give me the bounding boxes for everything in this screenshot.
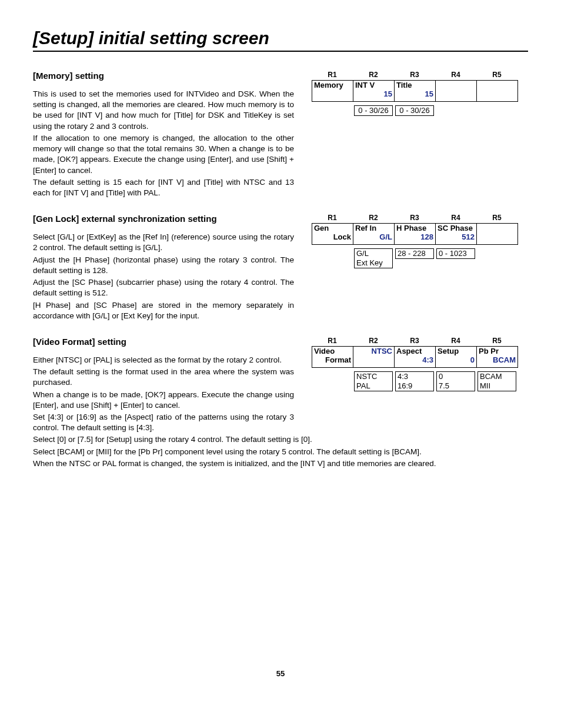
memory-c4 — [436, 81, 477, 102]
genlock-range-r3: 28 - 228 — [395, 248, 434, 259]
video-heading: [Video Format] setting — [33, 337, 294, 347]
r3-label: R3 — [394, 71, 435, 79]
memory-p2: If the allocation to one memory is chang… — [33, 133, 294, 176]
memory-c5 — [477, 81, 518, 102]
memory-p3: The default setting is 15 each for [INT … — [33, 177, 294, 198]
genlock-c1: Gen Lock — [312, 224, 353, 245]
video-p3: When a change is to be made, [OK?] appea… — [33, 390, 294, 411]
video-table: R1 R2 R3 R4 R5 Video Format NTSC Aspect4… — [312, 337, 528, 391]
r1-label: R1 — [312, 214, 353, 222]
video-opts-r2: NSTCPAL — [354, 371, 393, 391]
video-c3: Aspect4:3 — [395, 346, 436, 367]
genlock-c3: H Phase128 — [395, 224, 436, 245]
video-p5: Select [0] or [7.5] for [Setup] using th… — [33, 434, 528, 445]
memory-c2: INT V15 — [353, 81, 395, 102]
r2-label: R2 — [353, 71, 394, 79]
page-number: 55 — [33, 669, 528, 678]
memory-range-r3: 0 - 30/26 — [395, 105, 434, 116]
video-p1: Either [NTSC] or [PAL] is selected as th… — [33, 355, 294, 365]
video-p2: The default setting is the format used i… — [33, 367, 294, 388]
genlock-c4: SC Phase512 — [436, 224, 477, 245]
r5-label: R5 — [476, 214, 517, 222]
genlock-range-r4: 0 - 1023 — [436, 248, 475, 259]
r2-label: R2 — [353, 337, 394, 345]
r2-label: R2 — [353, 214, 394, 222]
genlock-heading: [Gen Lock] external synchronization sett… — [33, 214, 294, 224]
r5-label: R5 — [476, 337, 517, 345]
genlock-p3: Adjust the [SC Phase] (subcarrier phase)… — [33, 277, 294, 298]
video-opts-r5: BCAMMII — [477, 371, 516, 391]
genlock-c5 — [477, 224, 518, 245]
video-c5: Pb PrBCAM — [477, 346, 518, 367]
r4-label: R4 — [435, 337, 476, 345]
genlock-p1: Select [G/L] or [ExtKey] as the [Ref In]… — [33, 232, 294, 253]
genlock-p4: [H Phase] and [SC Phase] are stored in t… — [33, 300, 294, 321]
genlock-p2: Adjust the [H Phase] (horizontal phase) … — [33, 255, 294, 276]
genlock-c2: Ref InG/L — [353, 224, 395, 245]
memory-range-r2: 0 - 30/26 — [354, 105, 393, 116]
video-opts-r4: 07.5 — [436, 371, 475, 391]
r1-label: R1 — [312, 71, 353, 79]
memory-table: R1 R2 R3 R4 R5 Memory INT V15 Title15 0 … — [312, 71, 528, 116]
memory-p1: This is used to set the memories used fo… — [33, 89, 294, 132]
r5-label: R5 — [476, 71, 517, 79]
r3-label: R3 — [394, 214, 435, 222]
memory-heading: [Memory] setting — [33, 71, 294, 81]
video-c4: Setup0 — [436, 346, 477, 367]
genlock-opts-r2: G/L Ext Key — [354, 248, 393, 268]
r1-label: R1 — [312, 337, 353, 345]
video-p7: When the NTSC or PAL format is changed, … — [33, 458, 528, 469]
video-opts-r3: 4:316:9 — [395, 371, 434, 391]
r3-label: R3 — [394, 337, 435, 345]
memory-c1: Memory — [312, 81, 353, 102]
memory-c3: Title15 — [395, 81, 436, 102]
genlock-table: R1 R2 R3 R4 R5 Gen Lock Ref InG/L H Phas… — [312, 214, 528, 268]
video-p4: Set [4:3] or [16:9] as the [Aspect] rati… — [33, 412, 294, 433]
video-p6: Select [BCAM] or [MII] for the [Pb Pr] c… — [33, 447, 528, 457]
r4-label: R4 — [435, 214, 476, 222]
video-c2: NTSC — [353, 346, 395, 367]
video-c1: Video Format — [312, 346, 353, 367]
page-title: [Setup] initial setting screen — [33, 28, 528, 52]
r4-label: R4 — [435, 71, 476, 79]
